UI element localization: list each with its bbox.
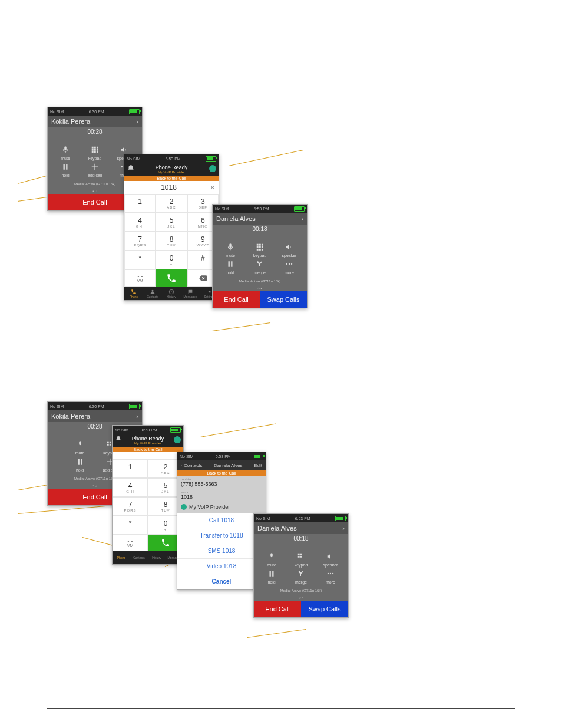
status-bar: No SIM 6:53 PM [213, 205, 307, 213]
merge-button[interactable]: merge [246, 259, 274, 275]
chevron-right-icon[interactable]: › [342, 525, 345, 532]
media-status: Media: Active (G711u 16k) [213, 278, 307, 285]
mute-button[interactable]: mute [257, 551, 286, 567]
merge-button[interactable]: merge [287, 568, 315, 584]
end-call-button[interactable]: End Call [213, 291, 260, 308]
tab-phone[interactable]: Phone [124, 287, 143, 300]
status-left: No SIM [50, 110, 64, 114]
hold-button[interactable]: hold [216, 259, 244, 275]
tab-messages[interactable]: Messages [181, 287, 200, 300]
dnd-icon[interactable] [115, 436, 122, 443]
status-time: 6:53 PM [166, 157, 181, 161]
plus-icon [90, 162, 100, 172]
key-star[interactable]: * [124, 251, 156, 269]
end-call-button[interactable]: End Call [254, 601, 301, 617]
add-call-button[interactable]: add call [81, 162, 109, 177]
svg-rect-17 [257, 246, 259, 248]
key-4[interactable]: 4GHI [124, 213, 156, 232]
svg-rect-21 [259, 249, 261, 251]
speaker-button[interactable]: speaker [316, 551, 345, 567]
key-8[interactable]: 8TUV [156, 232, 187, 251]
tab-phone[interactable]: Phone [113, 551, 130, 564]
keypad-icon [90, 144, 100, 155]
keypad-button[interactable]: keypad [246, 242, 274, 258]
keypad-button[interactable]: keypad [81, 144, 109, 160]
key-7[interactable]: 7PQRS [124, 232, 156, 251]
svg-point-36 [332, 573, 333, 574]
swap-calls-button[interactable]: Swap Calls [260, 291, 307, 308]
keypad-grid: 1 2ABC 3DEF 4GHI 5JKL 6MNO 7PQRS 8TUV 9W… [124, 194, 219, 269]
key-2[interactable]: 2ABC [156, 194, 187, 213]
cancel-action[interactable]: Cancel [177, 574, 266, 589]
work-field[interactable]: work1018 [177, 489, 266, 502]
provider-name: My VoIP Provider [124, 170, 219, 174]
mute-button[interactable]: mute [65, 439, 94, 455]
svg-rect-7 [94, 151, 96, 153]
svg-point-23 [286, 263, 287, 265]
back-to-call-banner[interactable]: Back to the Call [113, 447, 183, 452]
key-0[interactable]: 0+ [156, 251, 187, 269]
svg-point-25 [291, 263, 292, 265]
mobile-field[interactable]: mobile(778) 555-5363 [177, 476, 266, 489]
clear-icon[interactable]: ✕ [210, 184, 215, 192]
more-button[interactable]: more [275, 259, 303, 275]
status-bar: No SIM 6:30 PM [48, 402, 142, 410]
back-button[interactable]: ‹ Contacts [181, 463, 202, 468]
svg-rect-26 [107, 442, 108, 443]
status-left: No SIM [127, 157, 140, 161]
tab-history[interactable]: History [148, 551, 166, 564]
caller-name: Kokila Perera [51, 413, 90, 420]
svg-point-35 [330, 573, 331, 574]
contact-title: Daniela Alves [214, 463, 242, 468]
mute-button[interactable]: mute [216, 242, 244, 258]
svg-rect-19 [262, 246, 263, 248]
pause-icon [225, 259, 236, 269]
key-1[interactable]: 1 [113, 459, 148, 478]
chevron-right-icon[interactable]: › [136, 118, 138, 125]
key-star[interactable]: * [113, 516, 148, 535]
chevron-right-icon[interactable]: › [301, 215, 303, 222]
back-to-call-banner[interactable]: Back to the Call [177, 470, 266, 476]
back-to-call-banner[interactable]: Back to the Call [124, 176, 219, 181]
keypad-button[interactable]: keypad [287, 551, 315, 567]
merge-icon [254, 259, 265, 269]
tab-history[interactable]: History [162, 287, 181, 300]
speaker-button[interactable]: speaker [275, 242, 303, 258]
chevron-right-icon[interactable]: › [136, 413, 138, 420]
voicemail-button[interactable]: ⚬⚬VM [124, 269, 156, 287]
svg-rect-1 [94, 147, 96, 149]
tab-contacts[interactable]: Contacts [130, 551, 148, 564]
voip-status-icon [174, 436, 181, 443]
more-button[interactable]: more [316, 568, 345, 584]
key-7[interactable]: 7PQRS [113, 497, 148, 516]
svg-rect-30 [298, 554, 300, 555]
call-action[interactable]: Call 1018 [177, 513, 266, 528]
key-5[interactable]: 5JKL [156, 213, 187, 232]
svg-rect-29 [109, 444, 111, 446]
swap-calls-button[interactable]: Swap Calls [301, 601, 348, 617]
hold-button[interactable]: hold [65, 456, 94, 472]
hold-button[interactable]: hold [257, 568, 286, 584]
mute-button[interactable]: mute [51, 144, 80, 160]
sms-action[interactable]: SMS 1018 [177, 543, 266, 559]
video-action[interactable]: Video 1018 [177, 559, 266, 574]
svg-rect-5 [97, 149, 98, 151]
tab-contacts[interactable]: Contacts [143, 287, 162, 300]
key-1[interactable]: 1 [124, 194, 156, 213]
dialed-number: 1018 [161, 183, 177, 192]
call-timer: 00:28 [48, 127, 142, 141]
svg-rect-15 [259, 244, 261, 246]
voicemail-button[interactable]: ⚬⚬VM [113, 535, 148, 551]
caller-name: Daniela Alves [257, 525, 297, 532]
dial-button[interactable] [156, 269, 187, 287]
status-time: 6:30 PM [89, 110, 104, 114]
transfer-action[interactable]: Transfer to 1018 [177, 528, 266, 543]
dnd-icon[interactable] [127, 164, 135, 173]
hold-button[interactable]: hold [51, 162, 80, 177]
svg-rect-32 [298, 556, 300, 558]
phone-dialer-partial: No SIM 6:53 PM Phone ReadyMy VoIP Provid… [112, 425, 184, 565]
edit-button[interactable]: Edit [254, 463, 262, 468]
svg-rect-4 [94, 149, 96, 151]
key-4[interactable]: 4GHI [113, 478, 148, 497]
call-timer: 00:18 [213, 225, 307, 238]
